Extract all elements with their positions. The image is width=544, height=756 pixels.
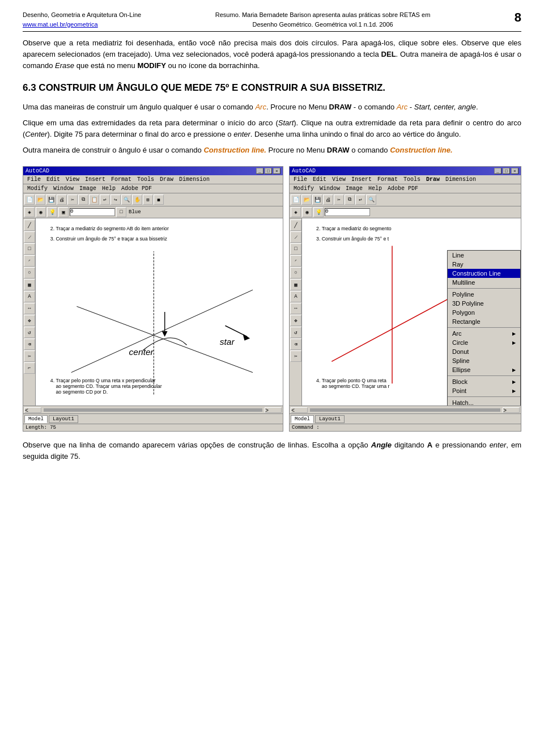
menu-item-arc[interactable]: Arc bbox=[448, 329, 520, 338]
header-url[interactable]: www.mat.uel.br/geometrica bbox=[23, 21, 98, 28]
tool-redo[interactable]: ↪ bbox=[110, 195, 121, 205]
menu-item-donut[interactable]: Donut bbox=[448, 347, 520, 356]
menu-view[interactable]: View bbox=[63, 176, 82, 183]
r-draw-move[interactable]: ✥ bbox=[290, 315, 301, 326]
r-tool-open[interactable]: 📂 bbox=[301, 195, 312, 205]
r-tool-zoom[interactable]: 🔍 bbox=[366, 195, 376, 205]
menu-item-circle[interactable]: Circle bbox=[448, 338, 520, 347]
r-menu-modify[interactable]: Modify bbox=[291, 185, 317, 192]
scroll-left[interactable]: < bbox=[24, 407, 41, 413]
r-tool-light[interactable]: 💡 bbox=[313, 207, 324, 217]
r-menu-dimension[interactable]: Dimension bbox=[443, 176, 479, 183]
draw-construct[interactable]: ⟋ bbox=[24, 231, 35, 243]
menu-item-spline[interactable]: Spline bbox=[448, 356, 520, 365]
tab-layout1[interactable]: Layout1 bbox=[49, 415, 78, 423]
draw-dim[interactable]: ↔ bbox=[24, 303, 35, 314]
r-draw-hatch[interactable]: ▦ bbox=[290, 279, 301, 290]
menu-help[interactable]: Help bbox=[99, 185, 118, 192]
tool-light[interactable]: 💡 bbox=[47, 207, 57, 217]
tool-open[interactable]: 📂 bbox=[35, 195, 45, 205]
r-draw-rect[interactable]: □ bbox=[290, 243, 301, 255]
minimize-button[interactable]: _ bbox=[256, 168, 264, 174]
tool-snap[interactable]: ⊞ bbox=[143, 195, 153, 205]
tool-extra3[interactable]: ▣ bbox=[58, 207, 69, 217]
tab-model[interactable]: Model bbox=[24, 415, 48, 423]
tool-color[interactable]: □ bbox=[116, 207, 126, 217]
r-menu-window[interactable]: Window bbox=[317, 185, 343, 192]
r-menu-insert[interactable]: Insert bbox=[348, 176, 375, 183]
r-draw-text[interactable]: A bbox=[290, 291, 301, 302]
tool-new[interactable]: 📄 bbox=[24, 195, 35, 205]
r-menu-draw[interactable]: Draw bbox=[423, 176, 443, 183]
r-menu-view[interactable]: View bbox=[329, 176, 348, 183]
r-draw-arc[interactable]: ◜ bbox=[290, 255, 301, 267]
r-tool-print[interactable]: 🖨 bbox=[323, 195, 333, 205]
menu-dimension[interactable]: Dimension bbox=[176, 176, 212, 183]
scroll-right[interactable]: > bbox=[265, 407, 282, 413]
r-menu-help[interactable]: Help bbox=[366, 185, 385, 192]
menu-window[interactable]: Window bbox=[50, 185, 76, 192]
draw-text[interactable]: A bbox=[24, 291, 35, 302]
menu-adobepdf[interactable]: Adobe PDF bbox=[118, 185, 155, 192]
close-button[interactable]: × bbox=[273, 168, 280, 174]
menu-item-multiline[interactable]: Multiline bbox=[448, 278, 520, 287]
r-draw-trim[interactable]: ✂ bbox=[290, 350, 301, 362]
r-menu-tools[interactable]: Tools bbox=[401, 176, 423, 183]
r-tool-new[interactable]: 📄 bbox=[291, 195, 301, 205]
r-close-button[interactable]: × bbox=[511, 168, 518, 174]
tool-pan[interactable]: ✋ bbox=[132, 195, 142, 205]
r-draw-dim[interactable]: ↔ bbox=[290, 303, 301, 314]
draw-rotate[interactable]: ↺ bbox=[24, 327, 35, 338]
draw-line[interactable]: ╱ bbox=[24, 219, 35, 231]
menu-item-3d-polyline[interactable]: 3D Polyline bbox=[448, 299, 520, 308]
draw-hatch[interactable]: ▦ bbox=[24, 279, 35, 290]
r-draw-rotate[interactable]: ↺ bbox=[290, 327, 301, 338]
menu-item-ray[interactable]: Ray bbox=[448, 260, 520, 269]
draw-rect[interactable]: □ bbox=[24, 243, 35, 255]
menu-format[interactable]: Format bbox=[108, 176, 134, 183]
tool-copy[interactable]: ⧉ bbox=[78, 195, 88, 205]
draw-erase[interactable]: ⌫ bbox=[24, 339, 35, 350]
layer-select[interactable]: 0 bbox=[70, 208, 115, 216]
r-tool-cut[interactable]: ✂ bbox=[334, 195, 344, 205]
draw-move[interactable]: ✥ bbox=[24, 315, 35, 326]
menu-item-polyline[interactable]: Polyline bbox=[448, 290, 520, 299]
r-tool-extra1[interactable]: ◈ bbox=[291, 207, 301, 217]
maximize-button[interactable]: □ bbox=[265, 168, 272, 174]
draw-circle[interactable]: ○ bbox=[24, 267, 35, 278]
tool-extra1[interactable]: ◈ bbox=[24, 207, 35, 217]
draw-trim[interactable]: ✂ bbox=[24, 350, 35, 362]
r-menu-file[interactable]: File bbox=[291, 176, 310, 183]
menu-item-point[interactable]: Point bbox=[448, 386, 520, 395]
tool-layer[interactable]: ◼ bbox=[154, 195, 164, 205]
r-menu-format[interactable]: Format bbox=[375, 176, 401, 183]
r-menu-adobepdf[interactable]: Adobe PDF bbox=[385, 185, 421, 192]
menu-item-construction-line[interactable]: Construction Line bbox=[448, 269, 520, 278]
r-draw-erase[interactable]: ⌫ bbox=[290, 339, 301, 350]
menu-item-hatch[interactable]: Hatch... bbox=[448, 398, 520, 406]
menu-draw[interactable]: Draw bbox=[157, 176, 176, 183]
r-tool-undo[interactable]: ↩ bbox=[355, 195, 366, 205]
draw-arc[interactable]: ◜ bbox=[24, 255, 35, 267]
r-scroll-left[interactable]: < bbox=[291, 407, 308, 413]
menu-item-line[interactable]: Line bbox=[448, 251, 520, 260]
left-scrollbar[interactable]: < > bbox=[23, 406, 283, 413]
menu-modify[interactable]: Modify bbox=[24, 185, 50, 192]
tool-zoom[interactable]: 🔍 bbox=[121, 195, 131, 205]
tool-cut[interactable]: ✂ bbox=[67, 195, 78, 205]
r-tool-extra2[interactable]: ◉ bbox=[302, 207, 312, 217]
r-maximize-button[interactable]: □ bbox=[503, 168, 510, 174]
r-tool-save[interactable]: 💾 bbox=[312, 195, 322, 205]
tool-undo[interactable]: ↩ bbox=[100, 195, 110, 205]
tool-save[interactable]: 💾 bbox=[46, 195, 56, 205]
r-tool-copy[interactable]: ⧉ bbox=[345, 195, 355, 205]
menu-item-polygon[interactable]: Polygon bbox=[448, 308, 520, 317]
tool-extra2[interactable]: ◉ bbox=[36, 207, 46, 217]
r-draw-construct[interactable]: ⟋ bbox=[290, 231, 301, 243]
tool-paste[interactable]: 📋 bbox=[89, 195, 99, 205]
draw-fillet[interactable]: ⌐ bbox=[24, 362, 35, 374]
r-scroll-right[interactable]: > bbox=[503, 407, 520, 413]
menu-file[interactable]: File bbox=[24, 176, 44, 183]
menu-tools[interactable]: Tools bbox=[134, 176, 157, 183]
menu-item-block[interactable]: Block bbox=[448, 377, 520, 386]
